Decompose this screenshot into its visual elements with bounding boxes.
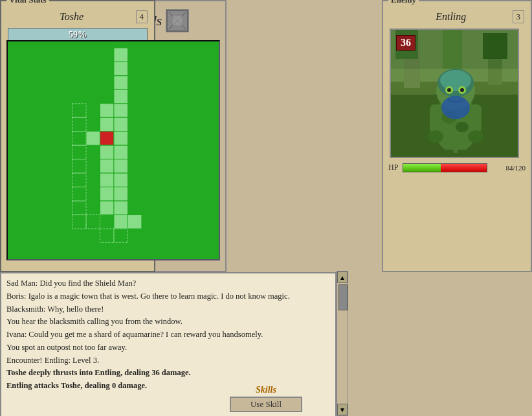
enemy-level: 3 — [513, 10, 525, 23]
svg-rect-31 — [114, 104, 127, 117]
svg-point-77 — [447, 88, 451, 92]
chat-line: You spot an outpost not too far away. — [6, 341, 330, 354]
svg-rect-67 — [443, 30, 462, 69]
enemy-hp-red — [441, 164, 487, 172]
svg-rect-30 — [100, 104, 114, 117]
svg-rect-80 — [470, 104, 482, 133]
svg-rect-84 — [458, 150, 467, 158]
svg-rect-35 — [100, 132, 114, 145]
svg-rect-41 — [100, 173, 114, 187]
map-area — [6, 40, 220, 260]
enemy-portrait: 36 — [390, 29, 519, 158]
enemy-hp-value: 84/120 — [490, 164, 526, 172]
chat-line: Boris: Igalo is a magic town that is wes… — [6, 290, 330, 303]
svg-rect-43 — [100, 187, 114, 201]
enemy-header: Entling 3 — [383, 5, 531, 26]
map-panel: ↺ 72 SFX Frolicking Fields — [0, 0, 227, 272]
svg-rect-44 — [114, 187, 127, 201]
enemy-hp-bar — [403, 163, 487, 172]
svg-rect-40 — [114, 159, 127, 173]
svg-point-82 — [468, 130, 483, 143]
skill-footer: Skills Use Skill — [0, 384, 532, 413]
enemy-name: Entling — [390, 11, 513, 23]
svg-rect-37 — [100, 145, 114, 159]
chat-line: You hear the blacksmith calling you from… — [6, 316, 330, 328]
enemy-hp-badge: 36 — [396, 35, 416, 51]
svg-rect-45 — [100, 201, 114, 214]
svg-point-81 — [428, 130, 443, 143]
svg-rect-39 — [100, 159, 114, 173]
enemy-hp-row: HP 84/120 — [383, 161, 531, 174]
enemy-panel-title: Enemy — [388, 0, 419, 5]
map-icon — [166, 9, 189, 32]
svg-rect-83 — [444, 150, 454, 158]
chat-line: Ivana: Could you get me a shard of aquam… — [6, 329, 330, 341]
player-name: Toshe — [8, 11, 136, 23]
svg-rect-47 — [114, 215, 127, 229]
svg-point-85 — [441, 96, 470, 119]
svg-rect-29 — [114, 89, 127, 103]
svg-rect-33 — [114, 117, 127, 131]
enemy-panel: Enemy Entling 3 — [382, 0, 532, 272]
svg-rect-79 — [430, 104, 441, 133]
hp-percent-text: 59% — [69, 30, 87, 40]
svg-rect-26 — [114, 48, 127, 62]
vital-stats-title: Vital Stats — [6, 0, 49, 5]
enemy-hp-label: HP — [388, 163, 403, 172]
use-skill-button[interactable]: Use Skill — [230, 397, 302, 412]
chat-line: Sad Man: Did you find the Shield Man? — [6, 277, 330, 290]
svg-rect-42 — [114, 173, 127, 187]
svg-rect-36 — [114, 132, 127, 145]
svg-rect-66 — [483, 33, 507, 59]
svg-rect-28 — [114, 76, 127, 89]
enemy-hp-fill — [403, 164, 441, 172]
svg-point-74 — [440, 70, 471, 91]
svg-rect-46 — [114, 201, 127, 214]
svg-rect-38 — [114, 145, 127, 159]
skills-title: Skills — [256, 385, 276, 395]
svg-rect-32 — [100, 117, 114, 131]
chat-line: Toshe deeply thrusts into Entling, deali… — [6, 367, 330, 379]
svg-rect-48 — [127, 215, 141, 229]
svg-rect-27 — [114, 62, 127, 75]
svg-rect-24 — [173, 16, 182, 25]
scroll-thumb[interactable] — [338, 284, 348, 310]
chat-line: Encounter! Entling: Level 3. — [6, 354, 330, 367]
player-level: 4 — [136, 10, 148, 23]
svg-point-78 — [460, 88, 464, 92]
svg-point-71 — [456, 122, 469, 132]
scroll-up-arrow[interactable]: ▲ — [337, 272, 348, 283]
chat-line: Blacksmith: Why, hello there! — [6, 303, 330, 316]
svg-rect-34 — [86, 132, 100, 145]
map-svg — [8, 41, 219, 259]
player-header: Toshe 4 — [1, 5, 154, 26]
